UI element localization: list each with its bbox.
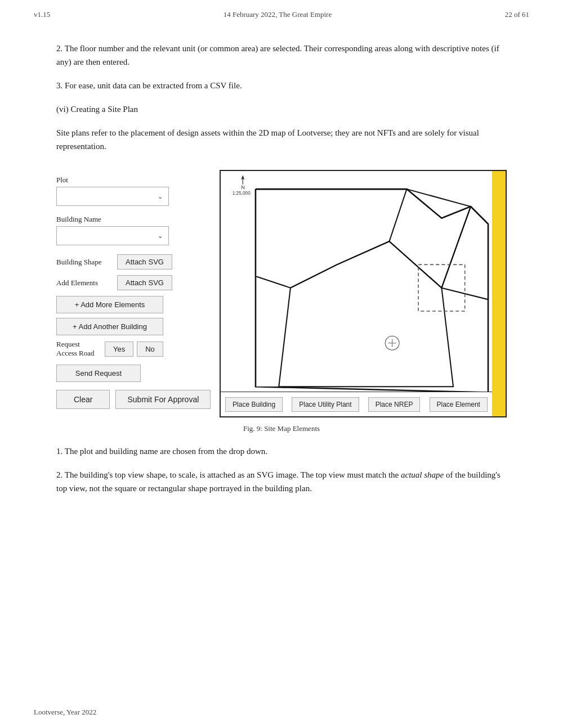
- yellow-strip: [492, 171, 506, 416]
- attach-svg-1-button[interactable]: Attach SVG: [117, 254, 172, 269]
- paragraph-2: 3. For ease, unit data can be extracted …: [56, 79, 507, 92]
- add-another-building-button[interactable]: + Add Another Building: [56, 318, 163, 335]
- send-request-button[interactable]: Send Request: [56, 365, 141, 382]
- building-name-dropdown[interactable]: ⌄: [56, 226, 169, 245]
- numbered-item-1: 1. The plot and building name are chosen…: [56, 444, 507, 458]
- building-name-label: Building Name: [56, 215, 220, 224]
- paragraph-1: 2. The floor number and the relevant uni…: [56, 42, 507, 69]
- access-road-label: RequestAccess Road: [56, 340, 101, 358]
- building-shape-label: Building Shape: [56, 258, 113, 267]
- page-header: v1.15 14 February 2022, The Great Empire…: [0, 0, 563, 25]
- map-bottom-bar: Place Building Place Utility Plant Place…: [221, 392, 492, 416]
- numbered-2-italic: actual shape: [401, 470, 444, 479]
- bottom-button-row: Clear Submit For Approval: [56, 390, 220, 409]
- version-label: v1.15: [34, 10, 50, 19]
- map-svg: N 1:25,000: [221, 171, 506, 416]
- chevron-down-icon: ⌄: [158, 193, 163, 200]
- svg-text:N: N: [241, 185, 245, 190]
- map-panel: N 1:25,000: [220, 170, 507, 417]
- section-heading: (vi) Creating a Site Plan: [56, 102, 507, 116]
- place-element-button[interactable]: Place Element: [430, 397, 488, 412]
- no-button[interactable]: No: [137, 341, 163, 357]
- place-building-button[interactable]: Place Building: [225, 397, 283, 412]
- svg-text:1:25,000: 1:25,000: [233, 191, 251, 196]
- main-content: 2. The floor number and the relevant uni…: [0, 25, 563, 528]
- add-elements-label: Add Elements: [56, 278, 113, 287]
- place-utility-plant-button[interactable]: Place Utility Plant: [292, 397, 359, 412]
- numbered-item-2: 2. The building's top view shape, to sca…: [56, 468, 507, 495]
- footer-text: Lootverse, Year 2022: [34, 708, 96, 716]
- yes-button[interactable]: Yes: [105, 341, 133, 357]
- form-panel: Plot ⌄ Building Name ⌄ Building Shape At…: [56, 170, 220, 417]
- submit-button[interactable]: Submit For Approval: [115, 390, 211, 409]
- clear-button[interactable]: Clear: [56, 390, 110, 409]
- plot-dropdown[interactable]: ⌄: [56, 187, 169, 206]
- chevron-down-icon: ⌄: [158, 232, 163, 240]
- figure-inner: Plot ⌄ Building Name ⌄ Building Shape At…: [56, 170, 507, 417]
- paragraph-3: Site plans refer to the placement of des…: [56, 126, 507, 153]
- compass: N 1:25,000: [233, 175, 251, 196]
- page-number: 22 of 61: [505, 10, 529, 19]
- plot-label: Plot: [56, 176, 220, 185]
- add-elements-row: Add Elements Attach SVG: [56, 275, 220, 290]
- place-nrep-button[interactable]: Place NREP: [368, 397, 421, 412]
- page-footer: Lootverse, Year 2022: [34, 708, 96, 717]
- figure-container: Plot ⌄ Building Name ⌄ Building Shape At…: [56, 170, 507, 433]
- attach-svg-2-button[interactable]: Attach SVG: [117, 275, 172, 290]
- access-road-row: RequestAccess Road Yes No: [56, 340, 220, 358]
- numbered-2-text: 2. The building's top view shape, to sca…: [56, 470, 401, 479]
- figure-caption: Fig. 9: Site Map Elements: [243, 424, 320, 433]
- document-title: 14 February 2022, The Great Empire: [224, 10, 332, 19]
- building-shape-row: Building Shape Attach SVG: [56, 254, 220, 269]
- add-more-elements-button[interactable]: + Add More Elements: [56, 296, 163, 313]
